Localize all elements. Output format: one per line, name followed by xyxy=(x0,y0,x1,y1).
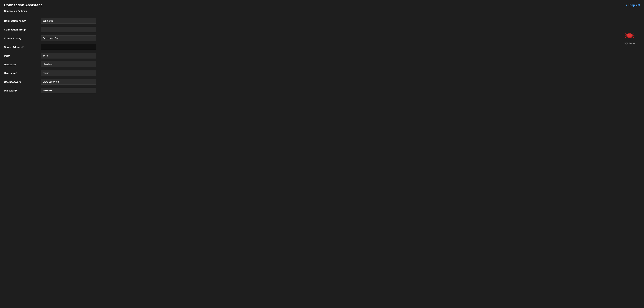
step-label: Step 2/3 xyxy=(628,3,640,7)
svg-point-11 xyxy=(628,34,630,35)
connection-name-row: Connection name* xyxy=(4,18,118,24)
server-address-row: Server Address* xyxy=(4,44,118,50)
password-row: Password* xyxy=(4,88,118,93)
use-password-row: Use password Save password Ask on connec… xyxy=(4,79,118,85)
connection-group-input[interactable] xyxy=(41,27,96,32)
connection-name-label: Connection name* xyxy=(4,19,41,22)
section-title: Connection Settings xyxy=(4,10,640,12)
connect-using-select[interactable]: Server and Port Connection String xyxy=(41,35,96,41)
step-indicator: < Step 2/3 xyxy=(626,3,640,7)
password-label: Password* xyxy=(4,89,41,92)
app-header: Connection Assistant < Step 2/3 xyxy=(4,3,640,7)
back-chevron[interactable]: < xyxy=(626,3,628,7)
database-label: Database* xyxy=(4,63,41,66)
content-area: Connection name* Connection group Connec… xyxy=(4,18,640,96)
form-area: Connection name* Connection group Connec… xyxy=(4,18,118,96)
database-row: Database* xyxy=(4,61,118,67)
server-address-label: Server Address* xyxy=(4,45,41,48)
connection-group-row: Connection group xyxy=(4,27,118,32)
username-label: Username* xyxy=(4,72,41,75)
connect-using-row: Connect using* Server and Port Connectio… xyxy=(4,35,118,41)
password-input[interactable] xyxy=(41,88,96,93)
sql-server-icon xyxy=(624,31,634,41)
port-row: Port* xyxy=(4,53,118,58)
use-password-select[interactable]: Save password Ask on connect Don't save xyxy=(41,79,96,85)
port-input[interactable] xyxy=(41,53,96,58)
svg-line-5 xyxy=(632,33,634,35)
svg-line-7 xyxy=(632,37,634,38)
port-label: Port* xyxy=(4,54,41,57)
section-divider xyxy=(4,14,640,14)
svg-point-9 xyxy=(629,33,629,34)
use-password-label: Use password xyxy=(4,80,41,83)
app-title: Connection Assistant xyxy=(4,3,42,7)
svg-line-2 xyxy=(625,33,626,35)
connect-using-label: Connect using* xyxy=(4,37,41,40)
database-input[interactable] xyxy=(41,61,96,67)
svg-point-10 xyxy=(630,33,630,34)
db-logo-area: SQLServer xyxy=(624,31,635,44)
username-input[interactable] xyxy=(41,70,96,76)
db-logo-label: SQLServer xyxy=(624,42,635,44)
svg-point-8 xyxy=(628,33,631,34)
connection-group-label: Connection group xyxy=(4,28,41,31)
username-row: Username* xyxy=(4,70,118,76)
connection-name-input[interactable] xyxy=(41,18,96,24)
svg-line-4 xyxy=(625,37,626,38)
server-address-input[interactable] xyxy=(41,44,96,50)
